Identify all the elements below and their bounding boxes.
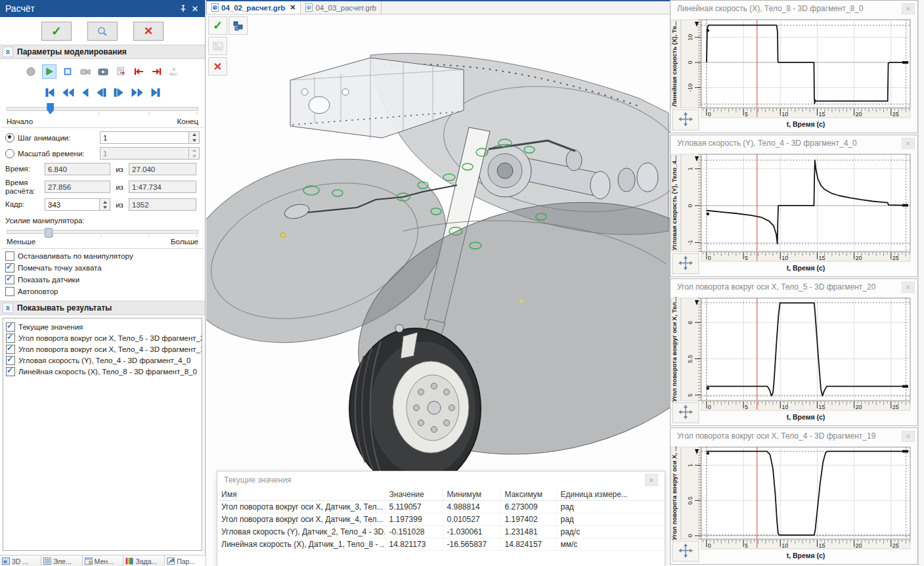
calc-time-total: 1:47.734 — [129, 181, 196, 193]
checkbox-stop-on-manipulator[interactable]: Останавливать по манипулятору — [0, 251, 205, 261]
section-results[interactable]: Показывать результаты — [0, 301, 205, 315]
chart-panel-linear-velocity[interactable]: Линейная скорость (X), Тело_8 - 3D фрагм… — [670, 0, 918, 133]
end-label: Конец — [177, 118, 198, 125]
apply-button[interactable]: ✓ — [41, 22, 72, 41]
doc-tab-active[interactable]: 04_02_расчет.grb ✕ — [206, 1, 301, 14]
stop-button[interactable] — [61, 65, 74, 78]
svg-text:t, Время (с): t, Время (с) — [787, 120, 825, 128]
close-chart-icon[interactable]: ✕ — [902, 431, 915, 442]
result-item[interactable]: Текущие значения — [6, 322, 199, 332]
force-slider[interactable] — [7, 226, 198, 238]
timeline-track[interactable] — [7, 107, 198, 111]
force-handle[interactable] — [45, 228, 53, 238]
svg-text:25: 25 — [892, 111, 899, 118]
checkbox-icon[interactable] — [5, 287, 14, 296]
result-item[interactable]: Угол поворота вокруг оси X, Тело_5 - 3D … — [6, 334, 199, 343]
right-scroll-strip[interactable] — [918, 0, 924, 566]
close-tab-icon[interactable]: ✕ — [290, 3, 296, 12]
collapse-icon[interactable] — [3, 47, 13, 57]
mark-end-button[interactable] — [150, 65, 163, 78]
confirm-button[interactable]: ✓ — [208, 16, 227, 35]
checkbox-icon[interactable] — [5, 251, 14, 261]
current-values-panel[interactable]: Текущие значения ✕ Имя Значение Минимум … — [217, 471, 665, 566]
svg-text:15: 15 — [818, 404, 825, 410]
checkbox-icon[interactable] — [6, 322, 15, 332]
result-item[interactable]: Линейная скорость (X), Тело_8 - 3D фрагм… — [6, 367, 199, 376]
yellow-marker — [519, 299, 523, 303]
time-label: Время: — [5, 165, 45, 173]
results-listbox[interactable]: Текущие значения Угол поворота вокруг ос… — [3, 318, 202, 551]
time-scale-radio[interactable] — [5, 149, 14, 158]
svg-text:20: 20 — [856, 404, 862, 410]
abort-button[interactable]: ✕ — [208, 57, 227, 76]
step-back-button[interactable] — [96, 88, 106, 97]
play-button[interactable] — [42, 64, 56, 79]
frame-input[interactable]: 343 — [45, 198, 110, 211]
skip-end-button[interactable] — [150, 88, 161, 97]
camera-button[interactable] — [97, 65, 110, 78]
chart-canvas[interactable]: 00.510510152025t, Время (с)Угол поворота… — [671, 444, 917, 564]
checkbox-icon[interactable] — [5, 263, 14, 272]
close-chart-icon[interactable]: ✕ — [902, 3, 915, 14]
table-row[interactable]: Линейная скорость (X), Датчик_1, Тело_8 … — [217, 538, 665, 551]
checkbox-icon[interactable] — [6, 345, 15, 354]
dock-tab-menu[interactable]: Мен... — [83, 555, 124, 566]
checkbox-mark-grab-point[interactable]: Помечать точку захвата — [0, 263, 205, 272]
result-item[interactable]: Угол поворота вокруг оси X, Тело_4 - 3D … — [6, 345, 199, 354]
back-button[interactable] — [81, 88, 89, 97]
more-label: Больше — [171, 238, 198, 246]
step-forward-button[interactable] — [114, 88, 124, 97]
dock-tab-3d-model[interactable]: 3D ... — [0, 555, 41, 566]
chart-panel-angular-velocity[interactable]: Угловая скорость (Y), Тело_4 - 3D фрагме… — [670, 135, 918, 277]
fast-back-button[interactable] — [62, 88, 74, 97]
chart-panel-rotation-body4[interactable]: Угол поворота вокруг оси X, Тело_4 - 3D … — [670, 427, 918, 565]
table-header-row: Имя Значение Минимум Максимум Единица из… — [217, 489, 665, 501]
close-values-panel-icon[interactable]: ✕ — [645, 474, 658, 486]
checkbox-icon[interactable] — [5, 275, 14, 284]
chart-canvas[interactable]: 10-10510152025t, Время (с)Угловая скорос… — [671, 151, 917, 276]
pin-icon[interactable] — [177, 3, 189, 14]
anim-step-label: Шаг анимации: — [18, 134, 100, 142]
calculation-panel: Расчёт ✕ ✓ ✕ Параметры моделирования — [0, 0, 206, 555]
table-row[interactable]: Угловая скорость (Y), Датчик_2, Тело_4 -… — [217, 526, 665, 538]
anim-step-spinner[interactable] — [188, 132, 199, 143]
svg-text:1: 1 — [687, 167, 693, 170]
dock-tab-tasks[interactable]: Зада... — [123, 555, 165, 566]
doc-tab-inactive[interactable]: 04_03_расчет.grb — [301, 1, 382, 14]
timeline-slider[interactable] — [7, 102, 198, 116]
copy-results-button[interactable] — [114, 65, 127, 78]
table-row[interactable]: Угол поворота вокруг оси X, Датчик_4, Те… — [217, 513, 665, 526]
checkbox-icon[interactable] — [6, 367, 15, 376]
frame-spinner[interactable] — [99, 199, 110, 210]
start-label: Начало — [7, 118, 33, 125]
checkbox-icon[interactable] — [6, 334, 15, 343]
fast-forward-button[interactable] — [131, 88, 143, 97]
collapse-icon[interactable] — [3, 303, 13, 313]
mark-start-button[interactable] — [132, 65, 145, 78]
skip-start-button[interactable] — [45, 88, 55, 97]
chart-panel-rotation-body5[interactable]: Угол поворота вокруг оси X, Тело_5 - 3D … — [670, 278, 918, 426]
close-panel-icon[interactable]: ✕ — [189, 3, 201, 14]
close-chart-icon[interactable]: ✕ — [902, 138, 915, 149]
dock-tab-params[interactable]: Пар... — [165, 555, 206, 566]
chart-canvas[interactable]: 55.560510152025t, Время (с)Угол поворота… — [671, 295, 917, 425]
cancel-button[interactable]: ✕ — [133, 22, 164, 41]
anim-step-radio[interactable] — [5, 133, 14, 142]
section-params[interactable]: Параметры моделирования — [0, 45, 205, 59]
dock-tab-elements[interactable]: Эле... — [41, 555, 83, 566]
checkbox-icon[interactable] — [6, 356, 15, 365]
menu-icon — [85, 557, 93, 565]
record-indicator-icon[interactable] — [24, 65, 37, 78]
force-label: Усилие манипулятора: — [0, 217, 205, 225]
anim-step-input[interactable]: 1 — [100, 131, 200, 144]
fragment-structure-button[interactable] — [229, 16, 248, 35]
close-chart-icon[interactable]: ✕ — [902, 282, 915, 293]
video-camera-button[interactable] — [79, 65, 92, 78]
checkbox-show-sensors[interactable]: Показать датчики — [0, 275, 205, 284]
timeline-handle[interactable] — [47, 103, 54, 114]
checkbox-autorepeat[interactable]: Автоповтор — [0, 287, 205, 296]
result-item[interactable]: Угловая скорость (Y), Тело_4 - 3D фрагме… — [6, 356, 199, 365]
chart-canvas[interactable]: 100-100510152025t, Время (с)Линейная ско… — [671, 16, 917, 133]
table-row[interactable]: Угол поворота вокруг оси X, Датчик_3, Те… — [217, 501, 665, 513]
preview-button[interactable] — [87, 22, 118, 41]
